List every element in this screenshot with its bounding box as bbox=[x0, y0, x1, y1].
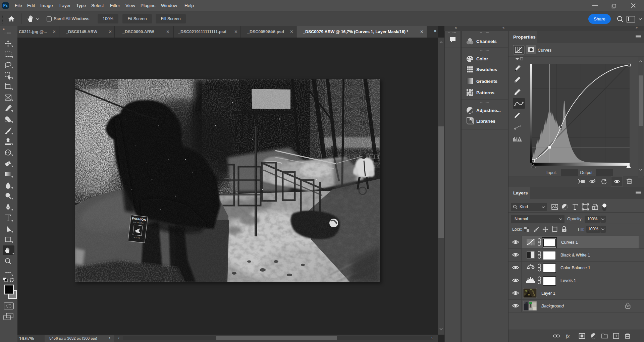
svg-text:Output:: Output: bbox=[580, 170, 594, 175]
svg-text:Channels: Channels bbox=[476, 39, 497, 44]
svg-text:Input:: Input: bbox=[546, 170, 557, 175]
svg-text:Background: Background bbox=[541, 304, 564, 308]
svg-text:Black & White 1: Black & White 1 bbox=[560, 253, 590, 258]
svg-text:Color: Color bbox=[476, 56, 488, 61]
svg-text:Libraries: Libraries bbox=[476, 119, 495, 124]
svg-text:Levels 1: Levels 1 bbox=[560, 278, 576, 283]
svg-text:Color Balance 1: Color Balance 1 bbox=[560, 266, 590, 270]
svg-text:Swatches: Swatches bbox=[476, 67, 497, 72]
svg-text:fx: fx bbox=[566, 333, 570, 339]
svg-text:Patterns: Patterns bbox=[476, 90, 494, 95]
svg-text:Layer 1: Layer 1 bbox=[541, 291, 555, 296]
svg-text:Adjustme...: Adjustme... bbox=[476, 108, 501, 113]
svg-text:Curves 1: Curves 1 bbox=[561, 240, 578, 245]
svg-text:Gradients: Gradients bbox=[476, 79, 497, 84]
svg-text:Curves: Curves bbox=[538, 48, 552, 53]
